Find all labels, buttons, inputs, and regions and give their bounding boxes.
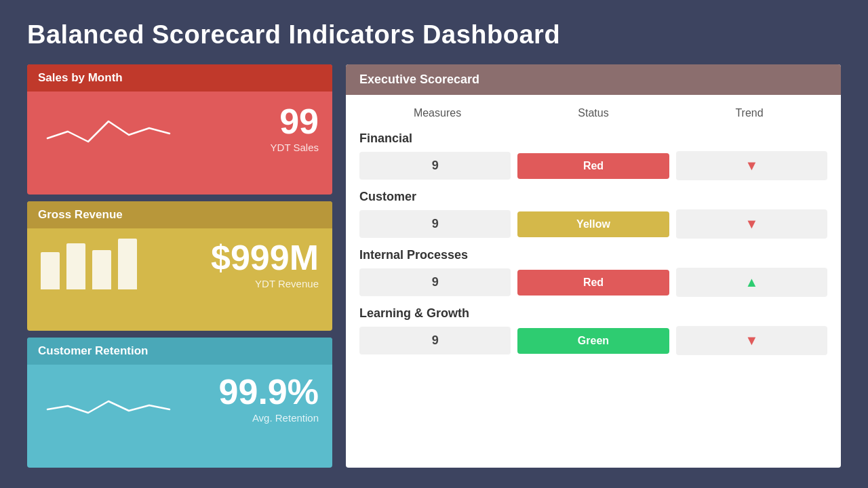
score-customer: 9 (359, 210, 511, 238)
section-label-learning: Learning & Growth (359, 306, 827, 321)
revenue-sub-label: YDT Revenue (211, 278, 319, 289)
scorecard-header: Executive Scorecard (346, 64, 841, 95)
sales-sub-label: YDT Sales (271, 142, 319, 153)
status-customer: Yellow (517, 211, 669, 237)
col-header-trend: Trend (671, 107, 827, 119)
revenue-card-header: Gross Revenue (27, 201, 332, 228)
retention-big-value: 99.9% (219, 374, 319, 409)
status-learning: Green (517, 328, 669, 354)
arrow-up-icon: ▲ (745, 274, 758, 289)
revenue-value-section: $999M YDT Revenue (211, 240, 319, 289)
retention-value-section: 99.9% Avg. Retention (219, 374, 319, 424)
bar-2 (66, 243, 85, 289)
page-title: Balanced Scorecard Indicators Dashboard (27, 20, 841, 49)
trend-financial: ▼ (676, 151, 827, 180)
bar-1 (41, 252, 60, 289)
right-panel: Executive Scorecard Measures Status Tren… (346, 64, 841, 468)
col-header-measures: Measures (359, 107, 515, 119)
sales-line-chart (41, 101, 176, 155)
retention-card-header: Customer Retention (27, 338, 332, 365)
revenue-bar-chart (41, 238, 137, 292)
retention-line-chart (41, 375, 176, 423)
score-learning: 9 (359, 327, 511, 354)
sales-card: Sales by Month 99 YDT Sales (27, 64, 332, 195)
scorecard-row-internal: 9 Red ▲ (359, 268, 827, 297)
retention-card-body: 99.9% Avg. Retention (27, 365, 332, 433)
dashboard-content: Sales by Month 99 YDT Sales Gross Revenu… (27, 64, 841, 468)
score-internal: 9 (359, 268, 511, 296)
scorecard-row-financial: 9 Red ▼ (359, 151, 827, 180)
sales-value-section: 99 YDT Sales (271, 104, 319, 153)
section-label-internal: Internal Processes (359, 248, 827, 262)
arrow-down-icon: ▼ (745, 216, 758, 231)
left-panel: Sales by Month 99 YDT Sales Gross Revenu… (27, 64, 332, 468)
sales-card-body: 99 YDT Sales (27, 92, 332, 165)
sales-card-header: Sales by Month (27, 64, 332, 92)
revenue-card-body: $999M YDT Revenue (27, 228, 332, 302)
section-label-customer: Customer (359, 190, 827, 204)
section-label-financial: Financial (359, 131, 827, 146)
arrow-down-icon: ▼ (745, 158, 758, 173)
status-internal: Red (517, 270, 669, 296)
revenue-big-value: $999M (211, 240, 319, 275)
bar-3 (92, 250, 111, 289)
scorecard-col-headers: Measures Status Trend (359, 102, 827, 125)
arrow-down-icon: ▼ (745, 333, 758, 348)
retention-card: Customer Retention 99.9% Avg. Retention (27, 338, 332, 468)
score-financial: 9 (359, 152, 511, 180)
trend-learning: ▼ (676, 326, 827, 355)
trend-internal: ▲ (676, 268, 827, 297)
retention-sub-label: Avg. Retention (219, 412, 319, 424)
trend-customer: ▼ (676, 209, 827, 239)
sales-big-value: 99 (271, 104, 319, 139)
scorecard-row-customer: 9 Yellow ▼ (359, 209, 827, 239)
col-header-status: Status (515, 107, 671, 119)
status-financial: Red (517, 153, 669, 179)
scorecard-row-learning: 9 Green ▼ (359, 326, 827, 355)
revenue-card: Gross Revenue $999M YDT Revenue (27, 201, 332, 331)
bar-4 (118, 239, 137, 289)
scorecard-body: Measures Status Trend Financial 9 Red ▼ … (346, 95, 841, 468)
